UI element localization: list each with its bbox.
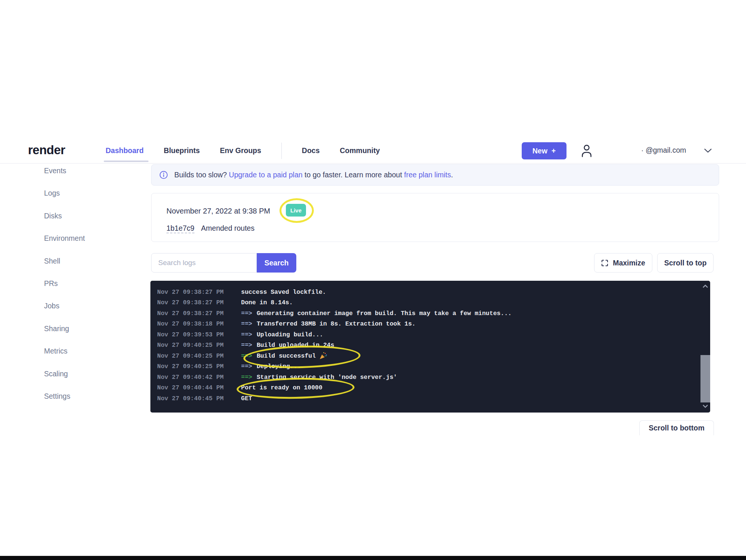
scrollbar-thumb[interactable]	[700, 355, 710, 402]
sidebar-row: Logs	[44, 189, 141, 211]
sidebar-row: Jobs	[44, 302, 141, 324]
sidebar-item-jobs[interactable]: Jobs	[44, 302, 59, 310]
sidebar-item-metrics[interactable]: Metrics	[44, 347, 68, 355]
log-message: Deploying...	[257, 363, 301, 370]
search-logs-input[interactable]	[151, 253, 257, 273]
log-line: Nov 27 09:40:25 PM ==> Build successful	[157, 351, 710, 361]
sidebar-row: Shell	[44, 257, 141, 279]
nav-tab-env-groups[interactable]: Env Groups	[220, 146, 261, 155]
log-console[interactable]: Nov 27 09:38:27 PM success Saved lockfil…	[150, 281, 710, 413]
log-message: Done in 8.14s.	[241, 299, 293, 306]
log-line: Nov 27 09:38:18 PM ==> Transferred 38MB …	[157, 319, 710, 330]
sidebar-row: Settings	[44, 392, 141, 414]
sidebar-row: Disks	[44, 212, 141, 234]
log-line: Nov 27 09:40:45 PM GET	[157, 393, 710, 404]
log-line: Nov 27 09:39:53 PM ==> Uploading build..…	[157, 329, 710, 340]
nav-tab-community[interactable]: Community	[340, 146, 380, 155]
upgrade-plan-link[interactable]: Upgrade to a paid plan	[229, 171, 302, 179]
scrollbar-down-icon[interactable]	[702, 403, 708, 410]
sidebar-item-settings[interactable]: Settings	[44, 392, 70, 400]
account-email[interactable]: · @gmail.com	[641, 146, 686, 155]
sidebar-item-disks[interactable]: Disks	[44, 212, 62, 220]
sidebar-item-logs[interactable]: Logs	[44, 189, 60, 197]
nav-divider	[281, 143, 282, 159]
log-line: Nov 27 09:38:27 PM ==> Generating contai…	[157, 308, 710, 319]
render-logo[interactable]: render	[28, 143, 65, 157]
deploy-timestamp: November 27, 2022 at 9:38 PM	[166, 207, 270, 215]
log-line: Nov 27 09:40:42 PM ==> Starting service …	[157, 372, 710, 383]
sidebar-item-sharing[interactable]: Sharing	[44, 324, 69, 333]
commit-message: Amended routes	[201, 224, 255, 232]
party-popper-icon	[319, 352, 327, 360]
maximize-label: Maximize	[613, 259, 645, 267]
commit-hash-link[interactable]: 1b1e7c9	[166, 224, 194, 233]
log-arrow: ==>	[241, 320, 252, 327]
active-tab-indicator	[104, 161, 149, 162]
log-message: Generating container image from build. T…	[257, 310, 512, 317]
new-button-label: New	[533, 147, 547, 155]
sidebar-row: PRs	[44, 279, 141, 302]
nav-tab-blueprints[interactable]: Blueprints	[164, 146, 200, 155]
sidebar-row: Metrics	[44, 347, 141, 369]
log-message: Transferred 38MB in 8s. Extraction took …	[257, 320, 416, 327]
log-message: Build uploaded in 24s	[257, 342, 334, 349]
log-line: Nov 27 09:38:27 PM success Saved lockfil…	[157, 287, 710, 298]
log-arrow: ==>	[241, 342, 252, 349]
sidebar-row: Events	[44, 167, 141, 189]
log-message: Uploading build...	[257, 331, 323, 338]
log-line: Nov 27 09:40:44 PM Port is ready on 1000…	[157, 383, 710, 393]
log-arrow: ==>	[241, 331, 252, 338]
scroll-to-top-button[interactable]: Scroll to top	[657, 253, 714, 273]
log-message: Build successful	[257, 352, 316, 360]
banner-text: Builds too slow? Upgrade to a paid plan …	[174, 171, 453, 179]
log-timestamp: Nov 27 09:39:53 PM	[157, 331, 241, 338]
user-avatar-icon[interactable]	[579, 143, 594, 160]
free-plan-banner: Builds too slow? Upgrade to a paid plan …	[151, 164, 719, 186]
sidebar-row: Environment	[44, 234, 141, 256]
primary-nav: DashboardBlueprintsEnv GroupsDocsCommuni…	[106, 138, 380, 163]
log-timestamp: Nov 27 09:40:45 PM	[157, 395, 241, 402]
bottom-black-bar	[0, 556, 746, 560]
log-arrow: ==>	[241, 363, 252, 370]
new-button[interactable]: New +	[522, 142, 566, 159]
log-timestamp: Nov 27 09:38:27 PM	[157, 289, 241, 296]
sidebar-row: Sharing	[44, 324, 141, 347]
render-dashboard-page: render DashboardBlueprintsEnv GroupsDocs…	[0, 0, 746, 560]
nav-tab-dashboard[interactable]: Dashboard	[106, 146, 144, 155]
sidebar-item-prs[interactable]: PRs	[44, 279, 58, 287]
sidebar-item-scaling[interactable]: Scaling	[44, 370, 68, 378]
log-message: GET	[241, 395, 252, 402]
chevron-down-icon[interactable]	[704, 148, 712, 155]
service-sidebar: EventsLogsDisksEnvironmentShellPRsJobsSh…	[44, 167, 141, 414]
log-arrow: ==>	[241, 352, 252, 360]
log-line: Nov 27 09:38:27 PM Done in 8.14s.	[157, 298, 710, 308]
console-scrollbar[interactable]	[700, 281, 710, 413]
info-icon	[159, 171, 168, 179]
log-arrow: ==>	[241, 374, 252, 381]
free-plan-limits-link[interactable]: free plan limits	[404, 171, 451, 179]
log-timestamp: Nov 27 09:40:25 PM	[157, 363, 241, 370]
plus-icon: +	[552, 147, 556, 155]
search-button[interactable]: Search	[257, 253, 296, 273]
log-line: Nov 27 09:40:25 PM ==> Build uploaded in…	[157, 340, 710, 351]
log-message: success Saved lockfile.	[241, 289, 326, 296]
sidebar-item-shell[interactable]: Shell	[44, 257, 60, 265]
log-timestamp: Nov 27 09:40:42 PM	[157, 374, 241, 381]
sidebar-row: Scaling	[44, 370, 141, 392]
top-navbar: render DashboardBlueprintsEnv GroupsDocs…	[0, 138, 746, 164]
sidebar-item-events[interactable]: Events	[44, 167, 66, 175]
maximize-icon	[601, 259, 608, 267]
scroll-to-bottom-button[interactable]: Scroll to bottom	[639, 420, 714, 435]
live-status-badge: Live	[286, 204, 306, 217]
log-message: Starting service with 'node server.js'	[257, 374, 397, 381]
log-timestamp: Nov 27 09:38:27 PM	[157, 310, 241, 317]
log-timestamp: Nov 27 09:40:25 PM	[157, 352, 241, 360]
nav-tab-docs[interactable]: Docs	[302, 146, 320, 155]
log-timestamp: Nov 27 09:40:44 PM	[157, 384, 241, 391]
maximize-button[interactable]: Maximize	[594, 253, 652, 273]
log-message: Port is ready on 10000	[241, 384, 322, 391]
log-line: Nov 27 09:40:25 PM ==> Deploying...	[157, 361, 710, 372]
deploy-card: November 27, 2022 at 9:38 PM Live 1b1e7c…	[151, 193, 719, 242]
scrollbar-up-icon[interactable]	[702, 283, 708, 290]
sidebar-item-environment[interactable]: Environment	[44, 234, 85, 242]
